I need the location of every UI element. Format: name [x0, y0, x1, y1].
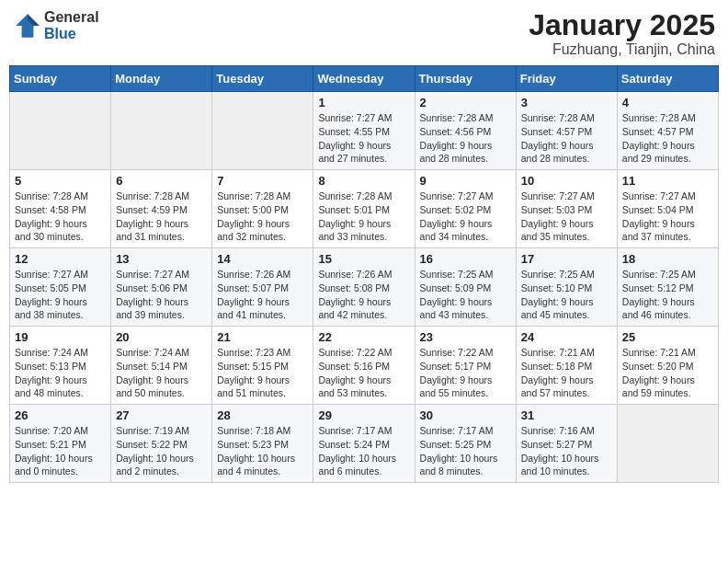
- calendar-cell: 3Sunrise: 7:28 AM Sunset: 4:57 PM Daylig…: [516, 92, 617, 170]
- day-number: 2: [420, 96, 511, 109]
- weekday-header-tuesday: Tuesday: [212, 66, 313, 92]
- day-number: 31: [521, 408, 612, 422]
- day-number: 25: [622, 330, 713, 344]
- weekday-header-monday: Monday: [111, 66, 212, 92]
- calendar-week-row: 19Sunrise: 7:24 AM Sunset: 5:13 PM Dayli…: [10, 327, 719, 405]
- calendar-cell: 4Sunrise: 7:28 AM Sunset: 4:57 PM Daylig…: [617, 92, 718, 170]
- calendar-table: SundayMondayTuesdayWednesdayThursdayFrid…: [9, 65, 719, 483]
- day-number: 28: [217, 408, 308, 422]
- calendar-cell: 6Sunrise: 7:28 AM Sunset: 4:59 PM Daylig…: [111, 170, 212, 248]
- day-detail: Sunrise: 7:21 AM Sunset: 5:18 PM Dayligh…: [521, 346, 612, 400]
- day-number: 8: [318, 174, 409, 188]
- day-number: 12: [15, 252, 106, 266]
- day-detail: Sunrise: 7:22 AM Sunset: 5:17 PM Dayligh…: [420, 346, 511, 400]
- day-number: 30: [420, 408, 511, 422]
- day-number: 23: [420, 330, 511, 344]
- calendar-cell: 27Sunrise: 7:19 AM Sunset: 5:22 PM Dayli…: [111, 405, 212, 483]
- day-detail: Sunrise: 7:26 AM Sunset: 5:08 PM Dayligh…: [318, 268, 409, 322]
- calendar-cell: 24Sunrise: 7:21 AM Sunset: 5:18 PM Dayli…: [516, 327, 617, 405]
- logo-text: General Blue: [44, 9, 99, 41]
- calendar-cell: 26Sunrise: 7:20 AM Sunset: 5:21 PM Dayli…: [10, 405, 111, 483]
- day-detail: Sunrise: 7:16 AM Sunset: 5:27 PM Dayligh…: [521, 424, 612, 478]
- logo: General Blue: [13, 9, 99, 41]
- day-detail: Sunrise: 7:27 AM Sunset: 5:02 PM Dayligh…: [420, 190, 511, 244]
- day-number: 4: [622, 96, 713, 109]
- day-detail: Sunrise: 7:28 AM Sunset: 4:58 PM Dayligh…: [15, 190, 106, 244]
- calendar-cell: 13Sunrise: 7:27 AM Sunset: 5:06 PM Dayli…: [111, 248, 212, 327]
- calendar-cell: 11Sunrise: 7:27 AM Sunset: 5:04 PM Dayli…: [617, 170, 718, 248]
- day-detail: Sunrise: 7:28 AM Sunset: 4:56 PM Dayligh…: [420, 111, 511, 166]
- calendar-cell: 21Sunrise: 7:23 AM Sunset: 5:15 PM Dayli…: [212, 327, 313, 405]
- calendar-cell: 29Sunrise: 7:17 AM Sunset: 5:24 PM Dayli…: [313, 405, 415, 483]
- day-number: 19: [15, 330, 106, 344]
- calendar-week-row: 1Sunrise: 7:27 AM Sunset: 4:55 PM Daylig…: [10, 92, 719, 170]
- day-number: 14: [217, 252, 308, 266]
- weekday-header-sunday: Sunday: [10, 66, 111, 92]
- day-number: 20: [116, 330, 207, 344]
- day-detail: Sunrise: 7:21 AM Sunset: 5:20 PM Dayligh…: [622, 346, 713, 400]
- day-detail: Sunrise: 7:27 AM Sunset: 5:06 PM Dayligh…: [116, 268, 207, 322]
- calendar-cell: 22Sunrise: 7:22 AM Sunset: 5:16 PM Dayli…: [313, 327, 415, 405]
- day-detail: Sunrise: 7:28 AM Sunset: 4:59 PM Dayligh…: [116, 190, 207, 244]
- day-number: 17: [521, 252, 612, 266]
- calendar-cell: 14Sunrise: 7:26 AM Sunset: 5:07 PM Dayli…: [212, 248, 313, 327]
- calendar-cell: [10, 92, 111, 170]
- day-detail: Sunrise: 7:25 AM Sunset: 5:09 PM Dayligh…: [420, 268, 511, 322]
- day-detail: Sunrise: 7:24 AM Sunset: 5:14 PM Dayligh…: [116, 346, 207, 400]
- calendar-cell: 19Sunrise: 7:24 AM Sunset: 5:13 PM Dayli…: [10, 327, 111, 405]
- calendar-cell: 9Sunrise: 7:27 AM Sunset: 5:02 PM Daylig…: [415, 170, 516, 248]
- day-number: 5: [15, 174, 106, 188]
- day-number: 26: [15, 408, 106, 422]
- logo-blue: Blue: [44, 26, 99, 42]
- day-number: 7: [217, 174, 308, 188]
- day-detail: Sunrise: 7:28 AM Sunset: 5:01 PM Dayligh…: [318, 190, 409, 244]
- calendar-cell: 18Sunrise: 7:25 AM Sunset: 5:12 PM Dayli…: [617, 248, 718, 327]
- day-detail: Sunrise: 7:20 AM Sunset: 5:21 PM Dayligh…: [15, 424, 106, 478]
- month-year-title: January 2025: [529, 9, 715, 41]
- day-detail: Sunrise: 7:17 AM Sunset: 5:24 PM Dayligh…: [318, 424, 409, 478]
- title-block: January 2025 Fuzhuang, Tianjin, China: [529, 9, 715, 58]
- weekday-header-friday: Friday: [516, 66, 617, 92]
- day-number: 18: [622, 252, 713, 266]
- calendar-cell: 23Sunrise: 7:22 AM Sunset: 5:17 PM Dayli…: [415, 327, 516, 405]
- day-number: 29: [318, 408, 409, 422]
- logo-general: General: [44, 9, 99, 26]
- weekday-header-wednesday: Wednesday: [313, 66, 415, 92]
- day-detail: Sunrise: 7:27 AM Sunset: 5:05 PM Dayligh…: [15, 268, 106, 322]
- calendar-cell: 15Sunrise: 7:26 AM Sunset: 5:08 PM Dayli…: [313, 248, 415, 327]
- day-detail: Sunrise: 7:28 AM Sunset: 4:57 PM Dayligh…: [622, 111, 713, 166]
- calendar-cell: 25Sunrise: 7:21 AM Sunset: 5:20 PM Dayli…: [617, 327, 718, 405]
- calendar-week-row: 12Sunrise: 7:27 AM Sunset: 5:05 PM Dayli…: [10, 248, 719, 327]
- day-number: 16: [420, 252, 511, 266]
- day-detail: Sunrise: 7:27 AM Sunset: 5:03 PM Dayligh…: [521, 190, 612, 244]
- weekday-header-saturday: Saturday: [617, 66, 718, 92]
- day-detail: Sunrise: 7:18 AM Sunset: 5:23 PM Dayligh…: [217, 424, 308, 478]
- day-detail: Sunrise: 7:19 AM Sunset: 5:22 PM Dayligh…: [116, 424, 207, 478]
- day-number: 1: [318, 96, 409, 109]
- calendar-cell: [212, 92, 313, 170]
- day-detail: Sunrise: 7:27 AM Sunset: 5:04 PM Dayligh…: [622, 190, 713, 244]
- calendar-cell: 8Sunrise: 7:28 AM Sunset: 5:01 PM Daylig…: [313, 170, 415, 248]
- calendar-cell: 31Sunrise: 7:16 AM Sunset: 5:27 PM Dayli…: [516, 405, 617, 483]
- day-number: 24: [521, 330, 612, 344]
- day-number: 9: [420, 174, 511, 188]
- calendar-cell: 20Sunrise: 7:24 AM Sunset: 5:14 PM Dayli…: [111, 327, 212, 405]
- calendar-cell: 5Sunrise: 7:28 AM Sunset: 4:58 PM Daylig…: [10, 170, 111, 248]
- day-detail: Sunrise: 7:27 AM Sunset: 4:55 PM Dayligh…: [318, 111, 409, 166]
- day-number: 6: [116, 174, 207, 188]
- calendar-cell: 7Sunrise: 7:28 AM Sunset: 5:00 PM Daylig…: [212, 170, 313, 248]
- day-detail: Sunrise: 7:25 AM Sunset: 5:10 PM Dayligh…: [521, 268, 612, 322]
- calendar-cell: 1Sunrise: 7:27 AM Sunset: 4:55 PM Daylig…: [313, 92, 415, 170]
- calendar-cell: 10Sunrise: 7:27 AM Sunset: 5:03 PM Dayli…: [516, 170, 617, 248]
- calendar-cell: 28Sunrise: 7:18 AM Sunset: 5:23 PM Dayli…: [212, 405, 313, 483]
- calendar-cell: [617, 405, 718, 483]
- day-detail: Sunrise: 7:17 AM Sunset: 5:25 PM Dayligh…: [420, 424, 511, 478]
- calendar-cell: 30Sunrise: 7:17 AM Sunset: 5:25 PM Dayli…: [415, 405, 516, 483]
- calendar-cell: 17Sunrise: 7:25 AM Sunset: 5:10 PM Dayli…: [516, 248, 617, 327]
- calendar-cell: 16Sunrise: 7:25 AM Sunset: 5:09 PM Dayli…: [415, 248, 516, 327]
- day-detail: Sunrise: 7:28 AM Sunset: 4:57 PM Dayligh…: [521, 111, 612, 166]
- day-number: 13: [116, 252, 207, 266]
- logo-icon: [13, 11, 42, 40]
- calendar-cell: 2Sunrise: 7:28 AM Sunset: 4:56 PM Daylig…: [415, 92, 516, 170]
- day-number: 10: [521, 174, 612, 188]
